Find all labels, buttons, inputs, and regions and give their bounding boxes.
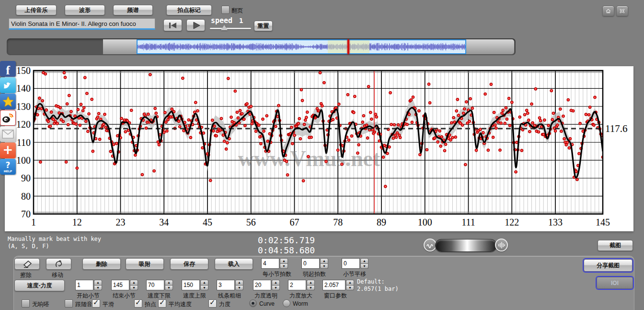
spectrum-button[interactable]: 频谱 bbox=[113, 5, 153, 15]
overview-playhead[interactable] bbox=[347, 39, 349, 54]
spinner-r2-4-up[interactable]: ▲ bbox=[235, 280, 243, 286]
overview-waveform-box[interactable] bbox=[137, 39, 466, 54]
spinner-r1-2-up[interactable]: ▲ bbox=[360, 258, 368, 264]
spinner-r2-1-up[interactable]: ▲ bbox=[130, 280, 138, 286]
spinner-r1-2-stepper[interactable]: ▲▼ bbox=[360, 258, 368, 269]
spinner-r2-5-down[interactable]: ▼ bbox=[272, 286, 280, 291]
checkbox-4[interactable] bbox=[158, 299, 166, 308]
spinner-r2-4-stepper[interactable]: ▲▼ bbox=[235, 280, 243, 290]
disabled-secondary-button: IOI bbox=[597, 277, 633, 289]
volume-max-icon[interactable] bbox=[495, 238, 508, 251]
twitter-share-icon[interactable] bbox=[0, 77, 16, 93]
checkbox-1[interactable] bbox=[65, 299, 73, 308]
spinner-r2-3-input[interactable] bbox=[182, 280, 200, 290]
spinner-r2-3-down[interactable]: ▼ bbox=[200, 286, 208, 291]
spinner-r1-2-down[interactable]: ▼ bbox=[360, 264, 368, 269]
share-screenshot-button[interactable]: 分享截图 bbox=[584, 259, 632, 272]
erase-tool-button[interactable] bbox=[14, 258, 40, 270]
volume-slider[interactable] bbox=[435, 239, 497, 252]
spinner-r2-3-stepper[interactable]: ▲▼ bbox=[200, 280, 208, 290]
spinner-r2-6-input[interactable] bbox=[288, 280, 306, 290]
spinner-r2-5-stepper[interactable]: ▲▼ bbox=[272, 280, 280, 290]
spinner-r2-1-down[interactable]: ▼ bbox=[130, 286, 138, 291]
tempo-dynamics-mode-button[interactable]: 速度-力度 bbox=[14, 280, 65, 291]
weibo-share-icon[interactable] bbox=[0, 110, 16, 126]
skip-to-start-button[interactable] bbox=[163, 19, 182, 31]
move-tool-button[interactable] bbox=[46, 258, 71, 270]
speed-slider-thumb[interactable] bbox=[221, 25, 228, 30]
spinner-r2-4-down[interactable]: ▼ bbox=[235, 286, 243, 291]
title-input[interactable] bbox=[9, 18, 155, 30]
spinner-r1-0-down[interactable]: ▼ bbox=[280, 264, 288, 269]
spinner-r2-7-input[interactable] bbox=[322, 280, 345, 290]
fullscreen-button[interactable] bbox=[616, 6, 628, 16]
spinner-r1-2-label: 小节平移 bbox=[343, 270, 366, 278]
spinner-r1-0-input[interactable] bbox=[261, 258, 279, 269]
page-flip-checkbox[interactable] bbox=[221, 6, 230, 14]
spinner-r2-5-input[interactable] bbox=[253, 280, 271, 290]
spinner-r2-2-input[interactable] bbox=[146, 280, 164, 290]
qzone-share-icon[interactable] bbox=[0, 94, 16, 109]
radio-curve[interactable] bbox=[249, 299, 257, 307]
spinner-r2-6-up[interactable]: ▲ bbox=[307, 280, 315, 286]
svg-text:78: 78 bbox=[333, 217, 343, 227]
speed-slider-track[interactable] bbox=[210, 28, 251, 29]
svg-text:110: 110 bbox=[17, 137, 31, 148]
svg-text:130: 130 bbox=[16, 101, 31, 112]
spinner-r2-1-input[interactable] bbox=[111, 280, 129, 290]
fullscreen-icon bbox=[620, 7, 625, 15]
spinner-r1-2-input[interactable] bbox=[342, 258, 360, 269]
snap-button[interactable]: 吸附 bbox=[126, 258, 164, 270]
spinner-r2-2-up[interactable]: ▲ bbox=[165, 280, 173, 286]
checkbox-3[interactable] bbox=[134, 299, 142, 308]
waveform-button[interactable]: 波形 bbox=[65, 5, 105, 15]
spinner-r2-0-input[interactable] bbox=[75, 280, 93, 290]
spinner-r1-0-stepper[interactable]: ▲▼ bbox=[280, 258, 288, 269]
help-icon[interactable]: ? HELP bbox=[0, 159, 16, 175]
spinner-r2-0-down[interactable]: ▼ bbox=[94, 286, 102, 291]
save-button[interactable]: 保存 bbox=[170, 258, 208, 270]
spinner-r2-7-down[interactable]: ▼ bbox=[346, 286, 354, 291]
spinner-r2-4-input[interactable] bbox=[217, 280, 235, 290]
load-button[interactable]: 载入 bbox=[215, 258, 253, 270]
spinner-r1-1-stepper[interactable]: ▲▼ bbox=[320, 258, 328, 269]
radio-worm[interactable] bbox=[283, 299, 290, 307]
tempo-chart[interactable]: www.Vmus.net7080901001101201301401501122… bbox=[5, 66, 633, 231]
spinner-r1-1-input[interactable] bbox=[301, 258, 320, 269]
spinner-r2-7-stepper[interactable]: ▲▼ bbox=[346, 280, 354, 290]
checkbox-label-4: 平均速度 bbox=[169, 300, 192, 309]
spinner-r2-7-up[interactable]: ▲ bbox=[346, 280, 354, 286]
spinner-r2-1-stepper[interactable]: ▲▼ bbox=[130, 280, 138, 290]
overview-waveform[interactable] bbox=[138, 40, 465, 53]
play-button[interactable] bbox=[186, 19, 205, 31]
upload-music-button[interactable]: 上传音乐 bbox=[16, 5, 57, 15]
spinner-r2-6-stepper[interactable]: ▲▼ bbox=[307, 280, 315, 290]
delete-button[interactable]: 删除 bbox=[82, 258, 121, 270]
spinner-r1-1-down[interactable]: ▼ bbox=[320, 264, 328, 269]
mean-tempo-value: 117.6 bbox=[605, 123, 627, 134]
svg-text:100: 100 bbox=[16, 155, 31, 166]
home-button[interactable] bbox=[602, 6, 614, 16]
spinner-r2-2-down[interactable]: ▼ bbox=[165, 286, 173, 291]
checkbox-0[interactable] bbox=[22, 299, 30, 308]
facebook-share-icon[interactable]: f bbox=[0, 61, 16, 77]
addthis-share-icon[interactable]: + bbox=[0, 143, 16, 158]
spinner-r2-6-down[interactable]: ▼ bbox=[307, 286, 315, 291]
spinner-r2-4-label: 线条粗细 bbox=[218, 292, 241, 300]
spinner-r1-0-up[interactable]: ▲ bbox=[280, 258, 288, 264]
spinner-r2-5-up[interactable]: ▲ bbox=[272, 280, 280, 286]
reset-button[interactable]: 重置 bbox=[254, 21, 273, 31]
spinner-r2-0-up[interactable]: ▲ bbox=[94, 280, 102, 286]
volume-min-icon[interactable] bbox=[424, 238, 437, 251]
svg-text:90: 90 bbox=[21, 173, 31, 183]
speed-value: 1 bbox=[239, 17, 243, 24]
spinner-r2-0-stepper[interactable]: ▲▼ bbox=[94, 280, 102, 290]
checkbox-2[interactable] bbox=[92, 299, 100, 308]
screenshot-button[interactable]: 截图 bbox=[598, 240, 633, 251]
email-share-icon[interactable] bbox=[0, 126, 16, 142]
spinner-r1-1-up[interactable]: ▲ bbox=[320, 258, 328, 264]
checkbox-5[interactable] bbox=[208, 299, 217, 308]
spinner-r2-3-up[interactable]: ▲ bbox=[200, 280, 208, 286]
beat-mark-button[interactable]: 拍点标记 bbox=[166, 5, 212, 15]
spinner-r2-2-stepper[interactable]: ▲▼ bbox=[165, 280, 173, 290]
